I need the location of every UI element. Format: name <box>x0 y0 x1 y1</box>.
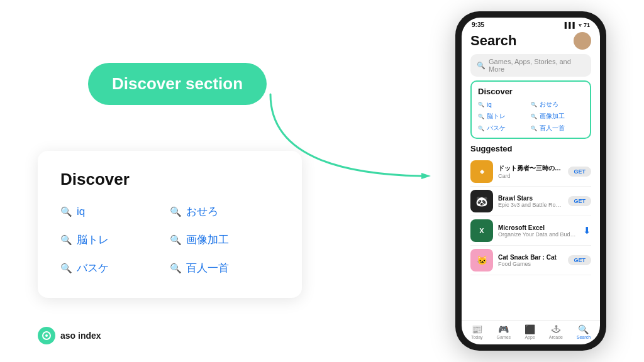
discover-item-label: おせろ <box>186 204 218 219</box>
phone-discover-label: おせろ <box>540 100 558 109</box>
svg-point-2 <box>45 334 48 337</box>
phone-header: Search 🔍 Games, Apps, Stories, and More <box>462 30 600 80</box>
search-icon: 🔍 <box>60 263 72 274</box>
phone-discover-grid: 🔍 iq 🔍 おせろ 🔍 脳トレ 🔍 画像加工 <box>478 100 584 133</box>
phone-discover-label: iq <box>487 101 492 108</box>
search-icon: 🔍 <box>531 114 537 119</box>
phone-search-title: Search <box>470 33 516 49</box>
nav-item-games[interactable]: 🎮 Games <box>497 324 511 339</box>
phone-discover-label: 百人一首 <box>540 124 565 133</box>
status-right: ▌▌▌ ▿ 71 <box>565 22 590 28</box>
phone-discover-item-iq[interactable]: 🔍 iq <box>478 100 531 109</box>
search-icon: 🔍 <box>60 234 72 246</box>
phone-search-bar[interactable]: 🔍 Games, Apps, Stories, and More <box>470 54 591 77</box>
phone-discover-item-gazou[interactable]: 🔍 画像加工 <box>531 112 584 121</box>
app-icon-3: 🐱 <box>470 249 493 272</box>
nav-label-apps: Apps <box>525 335 535 339</box>
nav-label-arcade: Arcade <box>549 335 563 339</box>
discover-item-gazou[interactable]: 🔍 画像加工 <box>170 233 279 247</box>
phone-discover-item-osero[interactable]: 🔍 おせろ <box>531 100 584 109</box>
app-icon-1: 🐼 <box>470 190 493 212</box>
phone-discover-item-baske[interactable]: 🔍 バスケ <box>478 124 531 133</box>
discover-item-label: 画像加工 <box>186 233 229 247</box>
get-button-1[interactable]: GET <box>568 196 591 206</box>
app-sub-1: Epic 3v3 and Battle Royale <box>498 202 563 208</box>
aso-logo-icon <box>42 331 52 341</box>
status-bar: 9:35 ▌▌▌ ▿ 71 <box>462 18 600 30</box>
discover-item-label: バスケ <box>77 261 109 275</box>
discover-grid: 🔍 iq 🔍 おせろ 🔍 脳トレ 🔍 画像加工 🔍 バスケ 🔍 百人一首 <box>60 204 279 275</box>
nav-label-search: Search <box>577 335 591 339</box>
discover-item-iq[interactable]: 🔍 iq <box>60 204 170 219</box>
phone-discover-section: Discover 🔍 iq 🔍 おせろ 🔍 脳トレ � <box>470 80 591 139</box>
today-icon: 📰 <box>472 324 482 334</box>
avatar[interactable] <box>574 32 591 50</box>
suggested-item-0[interactable]: ◈ ドット勇者〜三時のおや… Card GET <box>470 157 591 187</box>
discover-item-label: 脳トレ <box>77 233 109 247</box>
search-icon: 🔍 <box>477 62 486 70</box>
app-info-1: Brawl Stars Epic 3v3 and Battle Royale <box>498 195 563 208</box>
search-icon: 🔍 <box>170 263 182 274</box>
get-button-3[interactable]: GET <box>568 255 591 265</box>
aso-logo-text: aso index <box>60 331 101 341</box>
phone-bottom-nav: 📰 Today 🎮 Games ⬛ Apps 🕹 Arcade 🔍 <box>462 320 600 344</box>
search-placeholder: Games, Apps, Stories, and More <box>489 58 585 73</box>
app-sub-0: Card <box>498 173 563 179</box>
phone-discover-item-hyakunin[interactable]: 🔍 百人一首 <box>531 124 584 133</box>
suggested-item-2[interactable]: X Microsoft Excel Organize Your Data and… <box>470 216 591 246</box>
app-info-0: ドット勇者〜三時のおや… Card <box>498 164 563 179</box>
wifi-icon: ▿ <box>579 22 582 28</box>
phone-suggested-section: Suggested ◈ ドット勇者〜三時のおや… Card GET 🐼 Braw… <box>462 139 600 320</box>
app-name-2: Microsoft Excel <box>498 224 578 231</box>
search-icon: 🔍 <box>170 234 182 246</box>
suggested-title: Suggested <box>470 144 591 153</box>
cloud-download-icon[interactable]: ⬇ <box>583 225 591 236</box>
nav-label-games: Games <box>497 335 511 339</box>
discover-item-label: 百人一首 <box>186 261 229 275</box>
get-button-0[interactable]: GET <box>568 167 591 177</box>
phone-discover-label: バスケ <box>487 124 506 133</box>
phone-discover-label: 脳トレ <box>487 112 506 121</box>
phone-outer: 9:35 ▌▌▌ ▿ 71 Search 🔍 Games, Apps, Stor… <box>455 11 606 351</box>
discover-item-hyakunin[interactable]: 🔍 百人一首 <box>170 261 279 275</box>
phone-discover-item-notore[interactable]: 🔍 脳トレ <box>478 112 531 121</box>
app-name-0: ドット勇者〜三時のおや… <box>498 164 563 173</box>
signal-icon: ▌▌▌ <box>565 22 577 28</box>
battery-indicator: 71 <box>584 22 590 28</box>
app-icon-2: X <box>470 219 493 242</box>
phone-screen: 9:35 ▌▌▌ ▿ 71 Search 🔍 Games, Apps, Stor… <box>462 18 600 344</box>
app-info-2: Microsoft Excel Organize Your Data and B… <box>498 224 578 238</box>
nav-item-arcade[interactable]: 🕹 Arcade <box>549 324 563 339</box>
games-icon: 🎮 <box>498 324 509 334</box>
app-sub-2: Organize Your Data and Budget <box>498 231 578 238</box>
aso-logo-bubble <box>38 327 55 344</box>
suggested-item-3[interactable]: 🐱 Cat Snack Bar : Cat Food Games GET <box>470 246 591 275</box>
search-icon: 🔍 <box>531 102 537 107</box>
discover-item-baske[interactable]: 🔍 バスケ <box>60 261 170 275</box>
app-name-3: Cat Snack Bar : Cat <box>498 254 563 261</box>
nav-item-today[interactable]: 📰 Today <box>471 324 483 339</box>
nav-item-apps[interactable]: ⬛ Apps <box>525 324 535 339</box>
app-info-3: Cat Snack Bar : Cat Food Games <box>498 254 563 267</box>
search-icon: 🔍 <box>170 206 182 217</box>
aso-logo: aso index <box>38 327 101 344</box>
phone-mockup: 9:35 ▌▌▌ ▿ 71 Search 🔍 Games, Apps, Stor… <box>455 11 606 351</box>
apps-icon: ⬛ <box>525 324 535 334</box>
discover-section-label: Discover section <box>88 63 267 105</box>
discover-item-notore[interactable]: 🔍 脳トレ <box>60 233 170 247</box>
search-icon: 🔍 <box>531 126 537 131</box>
search-icon: 🔍 <box>478 114 484 119</box>
arcade-icon: 🕹 <box>552 324 560 334</box>
phone-discover-title: Discover <box>478 87 584 96</box>
suggested-item-1[interactable]: 🐼 Brawl Stars Epic 3v3 and Battle Royale… <box>470 187 591 216</box>
app-name-1: Brawl Stars <box>498 195 563 202</box>
search-icon: 🔍 <box>478 102 484 107</box>
phone-title-row: Search <box>470 32 591 50</box>
nav-item-search[interactable]: 🔍 Search <box>577 324 591 339</box>
search-icon: 🔍 <box>60 206 72 217</box>
app-sub-3: Food Games <box>498 261 563 267</box>
nav-label-today: Today <box>471 335 483 339</box>
connector-arrow <box>252 60 440 223</box>
discover-card-title: Discover <box>60 170 279 189</box>
status-time: 9:35 <box>472 21 484 28</box>
